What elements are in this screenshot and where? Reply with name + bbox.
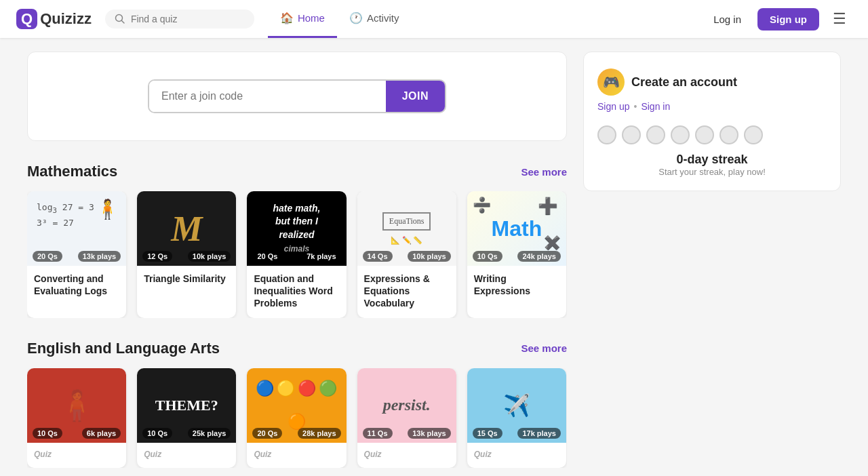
content-row: JOIN Mathematics See more log3 27 = 33³ … — [27, 52, 841, 476]
ela-thumb-3: 🔵🟡🔴 🟢🟠 20 Qs 28k plays — [247, 368, 346, 443]
ela-card-1[interactable]: 🧍 10 Qs 6k plays Quiz — [27, 368, 126, 469]
signup-button[interactable]: Sign up — [757, 8, 819, 31]
logo-q: Q — [16, 9, 37, 29]
mathematics-grid: log3 27 = 33³ = 27 🧍 20 Qs 13k plays Con… — [27, 191, 567, 318]
math-info-2: Triangle Similarity — [137, 266, 236, 293]
math-name-5: Writing Expressions — [474, 273, 559, 297]
search-bar[interactable] — [105, 9, 254, 28]
math-card-2[interactable]: M 12 Qs 10k plays Triangle Similarity — [137, 191, 236, 318]
ela-plays-badge-3: 28k plays — [298, 428, 341, 439]
ela-name-3: Quiz — [254, 450, 339, 460]
ela-card-4[interactable]: persist. 11 Qs 13k plays Quiz — [357, 368, 456, 469]
join-section: JOIN — [27, 52, 567, 141]
account-links: Sign up • Sign in — [597, 101, 827, 112]
ela-name-2: Quiz — [144, 450, 229, 460]
streak-dot-3 — [646, 125, 665, 144]
ela-qs-badge-4: 11 Qs — [363, 428, 393, 439]
math-card-3[interactable]: hate math,but then Irealizedcimals 20 Qs… — [247, 191, 346, 318]
math-qs-badge-5: 10 Qs — [473, 251, 502, 262]
math-qs-badge-3: 20 Qs — [252, 251, 282, 262]
content-main: JOIN Mathematics See more log3 27 = 33³ … — [27, 52, 567, 476]
math-info-5: Writing Expressions — [467, 266, 566, 305]
ela-badges-5: 15 Qs 17k plays — [473, 428, 561, 439]
streak-dot-2 — [622, 125, 641, 144]
ela-grid: 🧍 10 Qs 6k plays Quiz — [27, 368, 567, 469]
math-plays-badge-3: 7k plays — [302, 251, 340, 262]
mathematics-title: Mathematics — [27, 163, 117, 180]
math-name-3: Equation and Inequalities Word Problems — [254, 273, 339, 310]
mathematics-see-more[interactable]: See more — [521, 166, 567, 178]
ela-info-5: Quiz — [467, 443, 566, 469]
ela-qs-badge-2: 10 Qs — [142, 428, 172, 439]
nav-tab-activity[interactable]: 🕐 Activity — [337, 0, 412, 38]
ela-thumb-4: persist. 11 Qs 13k plays — [357, 368, 456, 443]
nav-tab-home-label: Home — [298, 12, 325, 24]
math-qs-badge-1: 20 Qs — [33, 251, 62, 262]
math-info-1: Converting and Evaluating Logs — [27, 266, 126, 305]
math-badges-5: 10 Qs 24k plays — [473, 251, 561, 262]
math-thumb-5: Math ➕ ✖️ ➗ 10 Qs 24k plays — [467, 191, 566, 266]
math-card-5[interactable]: Math ➕ ✖️ ➗ 10 Qs 24k plays Writing — [467, 191, 566, 318]
math-badges-4: 14 Qs 10k plays — [363, 251, 451, 262]
header: Q Quizizz 🏠 Home 🕐 Activity Log in Sign … — [0, 0, 868, 38]
math-card-1[interactable]: log3 27 = 33³ = 27 🧍 20 Qs 13k plays Con… — [27, 191, 126, 318]
nav-tab-home[interactable]: 🏠 Home — [268, 0, 337, 38]
login-button[interactable]: Log in — [705, 9, 749, 29]
mathematics-header: Mathematics See more — [27, 163, 567, 180]
math-info-3: Equation and Inequalities Word Problems — [247, 266, 346, 318]
streak-sub: Start your streak, play now! — [597, 167, 827, 177]
svg-line-1 — [121, 21, 124, 24]
streak-dot-5 — [695, 125, 714, 144]
math-plays-badge-4: 10k plays — [408, 251, 451, 262]
math-thumb-text-4: EquaTions 📐 ✏️ 📏 — [376, 205, 438, 252]
header-right: Log in Sign up ☰ — [705, 7, 852, 31]
math-badges-1: 20 Qs 13k plays — [33, 251, 121, 262]
signin-link[interactable]: Sign in — [641, 101, 670, 112]
ela-plays-badge-4: 13k plays — [408, 428, 451, 439]
streak-dot-6 — [719, 125, 738, 144]
mathematics-section: Mathematics See more log3 27 = 33³ = 27 … — [27, 163, 567, 318]
ela-name-4: Quiz — [364, 450, 450, 460]
ela-plays-badge-1: 6k plays — [82, 428, 121, 439]
ela-info-3: Quiz — [247, 443, 346, 469]
ela-plays-badge-5: 17k plays — [517, 428, 561, 439]
ela-see-more[interactable]: See more — [521, 342, 567, 354]
account-avatar: 🎮 — [597, 68, 625, 96]
math-name-4: Expressions & Equations Vocabulary — [364, 273, 450, 310]
math-plays-badge-1: 13k plays — [78, 251, 121, 262]
account-card: 🎮 Create an account Sign up • Sign in — [583, 52, 841, 191]
ela-name-1: Quiz — [34, 450, 119, 460]
main-content: JOIN Mathematics See more log3 27 = 33³ … — [0, 38, 868, 476]
ela-name-5: Quiz — [474, 450, 559, 460]
streak-dot-7 — [744, 125, 763, 144]
search-input[interactable] — [131, 14, 239, 24]
ela-qs-badge-1: 10 Qs — [33, 428, 62, 439]
join-input[interactable] — [149, 81, 386, 112]
ela-section: English and Language Arts See more 🧍 10 … — [27, 340, 567, 469]
ela-thumb-5: ✈️ 15 Qs 17k plays — [467, 368, 566, 443]
math-card-4[interactable]: EquaTions 📐 ✏️ 📏 14 Qs 10k plays Express… — [357, 191, 456, 318]
logo-text: Quizizz — [40, 10, 92, 28]
math-name-2: Triangle Similarity — [144, 273, 229, 285]
ela-thumb-2: THEME? 10 Qs 25k plays — [137, 368, 236, 443]
ela-card-2[interactable]: THEME? 10 Qs 25k plays Quiz — [137, 368, 236, 469]
account-card-header: 🎮 Create an account — [597, 68, 827, 96]
join-button[interactable]: JOIN — [386, 81, 445, 112]
streak-info: 0-day streak Start your streak, play now… — [597, 153, 827, 177]
streak-dot-1 — [597, 125, 616, 144]
ela-plays-badge-2: 25k plays — [188, 428, 231, 439]
math-thumb-2: M 12 Qs 10k plays — [137, 191, 236, 266]
signup-link[interactable]: Sign up — [597, 101, 629, 112]
content-side: 🎮 Create an account Sign up • Sign in — [583, 52, 841, 205]
math-badges-2: 12 Qs 10k plays — [142, 251, 231, 262]
ela-info-4: Quiz — [357, 443, 456, 469]
activity-icon: 🕐 — [349, 12, 363, 24]
ela-card-5[interactable]: ✈️ 15 Qs 17k plays Quiz — [467, 368, 566, 469]
streak-dots — [597, 125, 827, 144]
nav-tab-activity-label: Activity — [367, 12, 399, 24]
streak-dot-4 — [671, 125, 690, 144]
math-thumb-4: EquaTions 📐 ✏️ 📏 14 Qs 10k plays — [357, 191, 456, 266]
math-thumb-figure-1: 🧍 — [96, 198, 119, 220]
menu-button[interactable]: ☰ — [827, 7, 852, 31]
ela-card-3[interactable]: 🔵🟡🔴 🟢🟠 20 Qs 28k plays Quiz — [247, 368, 346, 469]
